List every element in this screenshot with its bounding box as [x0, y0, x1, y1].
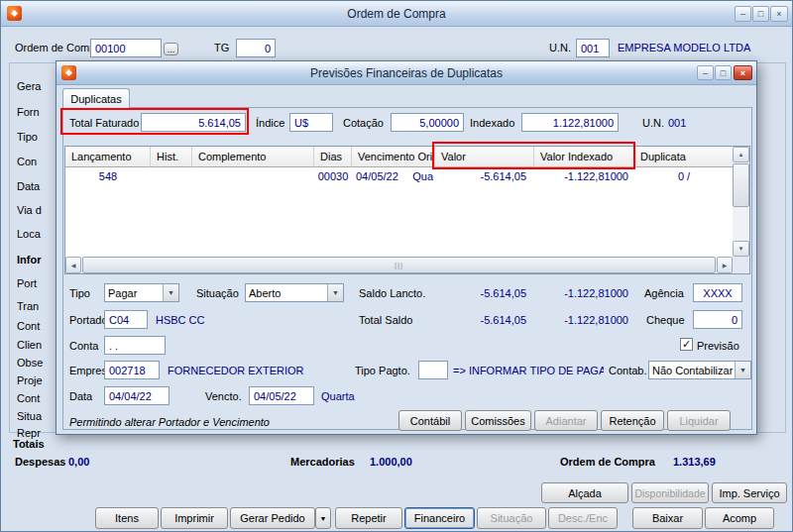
disponibilidade-button[interactable]: Disponibilidade: [631, 482, 709, 503]
total-saldo-label: Total Saldo: [359, 314, 412, 326]
liquidar-button[interactable]: Liquidar: [667, 410, 731, 431]
horizontal-scrollbar[interactable]: ◀ ||| ▶: [65, 257, 733, 273]
contab-label: Contab.: [609, 365, 647, 376]
col-lancamento[interactable]: Lançamento: [65, 147, 151, 167]
alcada-button[interactable]: Alçada: [541, 482, 628, 503]
sidebar-item-data[interactable]: Data: [17, 180, 55, 192]
conta-field[interactable]: . .: [104, 336, 166, 355]
col-dias[interactable]: Dias: [314, 147, 352, 167]
mercadorias-value: 1.000,00: [370, 456, 412, 468]
gerar-pedido-button[interactable]: Gerar Pedido: [230, 507, 315, 529]
imp-servico-button[interactable]: Imp. Serviço: [712, 482, 787, 503]
baixar-button[interactable]: Baixar: [632, 507, 703, 529]
cell-lancamento: 548: [65, 167, 151, 185]
chevron-down-icon: ▼: [735, 362, 750, 378]
itens-button[interactable]: Itens: [95, 507, 159, 529]
close-icon[interactable]: ×: [770, 6, 788, 22]
vertical-scrollbar[interactable]: ▲ ▼: [733, 147, 749, 257]
retencao-button[interactable]: Retenção: [601, 410, 664, 431]
col-valor[interactable]: Valor: [435, 147, 534, 167]
dialog-title: Previsões Financeiras de Duplicatas: [57, 66, 756, 80]
situacao-select[interactable]: Aberto ▼: [245, 283, 344, 302]
sidebar-item-via[interactable]: Via d: [17, 204, 55, 216]
chevron-down-icon: ▼: [163, 284, 178, 301]
tipo-label: Tipo: [69, 287, 90, 299]
scroll-down-icon[interactable]: ▼: [733, 241, 749, 257]
horizontal-scroll-thumb[interactable]: |||: [82, 257, 716, 273]
tab-duplicatas[interactable]: Duplicatas: [62, 88, 130, 108]
order-lookup-button[interactable]: ...: [164, 43, 178, 55]
sidebar-item-projeto[interactable]: Proje: [17, 374, 55, 386]
cheque-field[interactable]: 0: [693, 310, 742, 329]
despesas-value: 0,00: [68, 456, 89, 468]
situacao-label: Situação: [196, 287, 239, 299]
despesas-label: Despesas: [15, 456, 65, 468]
minimize-icon[interactable]: –: [735, 6, 751, 22]
sidebar-item-cliente[interactable]: Clien: [17, 339, 55, 351]
cotacao-field[interactable]: 5,00000: [391, 113, 464, 132]
cell-valor-indexado: -1.122,81000: [534, 167, 634, 185]
sidebar-item-observacao[interactable]: Obse: [17, 357, 55, 369]
sidebar-item-condicao[interactable]: Con: [17, 156, 55, 167]
contab-select-value: Não Contabilizar: [649, 362, 735, 378]
previsao-checkbox-label[interactable]: Previsão: [697, 340, 739, 352]
sidebar-item-local[interactable]: Loca: [17, 228, 55, 240]
desc-enc-button[interactable]: Desc./Enc: [548, 507, 618, 529]
cotacao-label: Cotação: [343, 117, 384, 129]
repetir-button[interactable]: Repetir: [335, 507, 402, 529]
maximize-icon[interactable]: □: [752, 6, 769, 22]
order-number-field[interactable]: 00100: [90, 39, 162, 57]
comissoes-button[interactable]: Comissões: [465, 410, 531, 431]
scroll-left-icon[interactable]: ◀: [65, 257, 81, 273]
tipo-select-value: Pagar: [105, 284, 163, 301]
tipo-pagto-hint: => INFORMAR TIPO DE PAGAM: [453, 365, 604, 376]
dialog-close-icon[interactable]: ×: [734, 65, 752, 80]
previsao-checkbox[interactable]: ✓: [680, 338, 693, 351]
contab-select[interactable]: Não Contabilizar ▼: [648, 361, 751, 379]
vencto-field[interactable]: 04/05/22: [249, 386, 314, 405]
tg-field[interactable]: 0: [236, 39, 276, 57]
financeiro-button[interactable]: Financeiro: [404, 507, 475, 529]
indexado-field[interactable]: 1.122,81000: [521, 113, 619, 132]
adiantar-button[interactable]: Adiantar: [534, 410, 598, 431]
total-faturado-field[interactable]: 5.614,05: [141, 113, 246, 132]
sidebar-item-situacao[interactable]: Situa: [17, 410, 55, 422]
dialog-maximize-icon[interactable]: □: [715, 65, 732, 80]
sidebar-item-fornecedor[interactable]: Forn: [17, 106, 55, 118]
agencia-field[interactable]: XXXX: [693, 283, 742, 302]
tipo-pagto-field[interactable]: [418, 361, 448, 379]
scroll-grip-icon: |||: [395, 261, 403, 269]
scroll-up-icon[interactable]: ▲: [733, 147, 749, 162]
vertical-scroll-thumb[interactable]: [733, 163, 749, 207]
totals-title: Totais: [13, 438, 45, 450]
dialog-minimize-icon[interactable]: –: [697, 65, 714, 80]
portador-field[interactable]: C04: [104, 310, 148, 329]
sidebar-item-geral[interactable]: Gera: [17, 80, 55, 92]
empresa-field[interactable]: 002718: [104, 361, 160, 379]
sidebar-item-portador[interactable]: Port: [17, 277, 55, 289]
total-saldo-value1: -5.614,05: [435, 314, 526, 326]
col-vencimento-orig[interactable]: Vencimento Orig.: [352, 147, 435, 167]
un-field[interactable]: 001: [576, 39, 610, 57]
tipo-select[interactable]: Pagar ▼: [104, 283, 179, 302]
sidebar-item-conta[interactable]: Cont: [17, 320, 55, 332]
indexado-label: Indexado: [470, 117, 514, 129]
company-name: EMPRESA MODELO LTDA: [618, 42, 750, 53]
col-duplicata[interactable]: Duplicata: [634, 147, 734, 167]
saldo-lancto-value1: -5.614,05: [435, 287, 526, 299]
gerar-pedido-dropdown-icon[interactable]: ▼: [315, 507, 331, 529]
data-field[interactable]: 04/04/22: [104, 386, 170, 405]
indice-field[interactable]: U$: [289, 113, 333, 132]
sidebar-item-tipo[interactable]: Tipo: [17, 131, 55, 143]
sidebar-item-contato[interactable]: Cont: [17, 392, 55, 404]
situacao-button[interactable]: Situação: [477, 507, 546, 529]
col-hist[interactable]: Hist.: [151, 147, 192, 167]
sidebar-item-transporte[interactable]: Tran: [17, 300, 55, 312]
contabil-button[interactable]: Contábil: [398, 410, 462, 431]
col-complemento[interactable]: Complemento: [192, 147, 314, 167]
imprimir-button[interactable]: Imprimir: [161, 507, 228, 529]
scroll-right-icon[interactable]: ▶: [717, 257, 733, 273]
acomp-button[interactable]: Acomp: [705, 507, 774, 529]
col-valor-indexado[interactable]: Valor Indexado: [534, 147, 634, 167]
saldo-lancto-value2: -1.122,81000: [537, 287, 628, 299]
